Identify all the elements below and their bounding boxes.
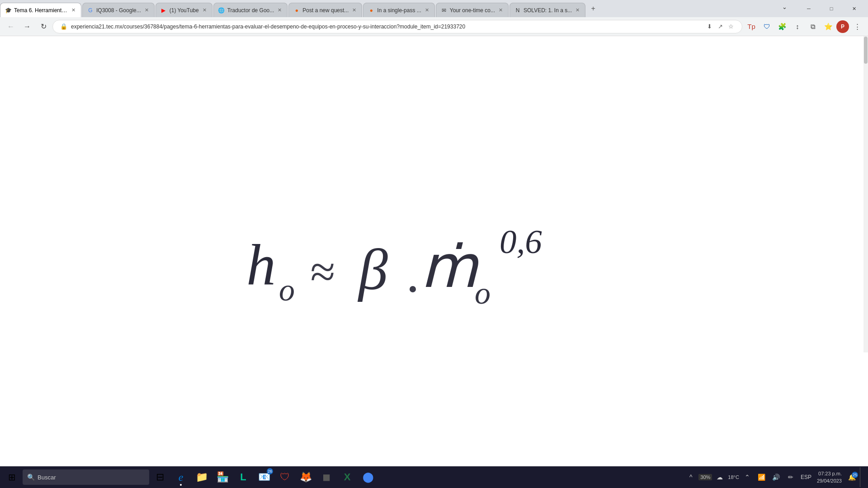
address-bar-icons: ⬇ ↗ ☆ xyxy=(705,22,736,31)
volume-icon[interactable]: 🔊 xyxy=(770,471,783,483)
battery-icon[interactable]: 30% xyxy=(699,471,712,483)
notifications-button[interactable]: 🔔 25 xyxy=(845,471,858,483)
svg-text:ṁ: ṁ xyxy=(420,235,479,300)
tab-favicon-solved: N xyxy=(514,7,521,14)
tab-favicon-iq3008: G xyxy=(87,7,94,14)
back-button[interactable]: ← xyxy=(4,19,18,34)
tab-favicon-tema6: 🎓 xyxy=(5,7,11,14)
lasso-icon: L xyxy=(240,471,246,483)
taskbar-lasso[interactable]: L xyxy=(233,467,253,487)
taskbar-task-view[interactable]: ⊟ xyxy=(150,467,170,487)
tab-label-mail: Your one-time co... xyxy=(450,7,495,14)
tab-close-translator[interactable]: ✕ xyxy=(277,6,283,14)
taskbar-edge[interactable]: e xyxy=(171,467,191,487)
formula-container: .math-text { font-family: 'Times New Rom… xyxy=(0,72,859,461)
tab-post[interactable]: ● Post a new quest... ✕ xyxy=(288,3,362,17)
tab-label-tema6: Tema 6. Herramientas... xyxy=(14,7,68,14)
main-content: .math-text { font-family: 'Times New Rom… xyxy=(0,36,863,461)
taskbar-file-explorer[interactable]: 📁 xyxy=(192,467,212,487)
share-icon[interactable]: ↗ xyxy=(716,22,725,31)
search-placeholder: Buscar xyxy=(38,474,56,481)
more-options-button[interactable]: ⋮ xyxy=(850,19,864,34)
tab-close-iq3008[interactable]: ✕ xyxy=(144,6,150,14)
forward-button[interactable]: → xyxy=(20,19,34,34)
tray-more-icon[interactable]: ⌃ xyxy=(741,471,754,483)
tab-iq3008[interactable]: G IQ3008 - Google... ✕ xyxy=(82,3,155,17)
tab-youtube[interactable]: ▶ (1) YouTube ✕ xyxy=(156,3,212,17)
clock-time: 07:23 p.m. xyxy=(817,470,842,478)
browser-toolbar: ← → ↻ 🔒 experiencia21.tec.mx/courses/367… xyxy=(0,17,868,36)
reload-button[interactable]: ↻ xyxy=(36,19,51,34)
tab-list-dropdown[interactable]: ⌄ xyxy=(774,0,795,14)
system-tray: ^ 30% ☁ 18°C ⌃ 📶 🔊 ✏ ESP 07:23 p.m. 29/0… xyxy=(684,467,866,487)
tab-single-pass[interactable]: ● In a single-pass ... ✕ xyxy=(363,3,434,17)
excel-icon: X xyxy=(344,471,351,483)
tab-label-iq3008: IQ3008 - Google... xyxy=(96,7,141,14)
bookmark-icon[interactable]: ☆ xyxy=(726,22,736,31)
network-icon[interactable]: 📶 xyxy=(755,471,768,483)
windows-logo-icon: ⊞ xyxy=(8,472,16,483)
address-text: experiencia21.tec.mx/courses/367884/page… xyxy=(71,23,702,30)
extensions-icon[interactable]: 🧩 xyxy=(775,19,789,34)
new-tab-button[interactable]: + xyxy=(586,2,600,15)
svg-text:o: o xyxy=(475,276,491,310)
tab-close-mail[interactable]: ✕ xyxy=(498,6,504,14)
language-indicator[interactable]: ESP xyxy=(799,474,813,480)
svg-text:h: h xyxy=(246,232,276,297)
shield-icon[interactable]: 🛡 xyxy=(760,19,774,34)
taskbar-mcafee[interactable]: 🛡 xyxy=(275,467,295,487)
taskbar: ⊞ 🔍 Buscar ⊟ e 📁 🏪 L 📧 26 🛡 🦊 ◼ xyxy=(0,466,868,488)
start-button[interactable]: ⊞ xyxy=(2,467,22,487)
scrollbar[interactable] xyxy=(863,36,868,352)
svg-text:o: o xyxy=(279,272,295,307)
svg-text:β: β xyxy=(357,237,388,302)
tab-close-youtube[interactable]: ✕ xyxy=(202,6,208,14)
screen-split-icon[interactable]: ⧉ xyxy=(806,19,820,34)
save-to-reading-icon[interactable]: ⬇ xyxy=(705,22,714,31)
profile-avatar[interactable]: P xyxy=(836,20,849,33)
system-clock[interactable]: 07:23 p.m. 29/04/2023 xyxy=(815,470,844,485)
tab-tema6[interactable]: 🎓 Tema 6. Herramientas... ✕ xyxy=(0,3,81,17)
tab-close-post[interactable]: ✕ xyxy=(351,6,357,14)
taskbar-firefox[interactable]: 🦊 xyxy=(296,467,316,487)
taskbar-excel[interactable]: X xyxy=(337,467,357,487)
address-bar[interactable]: 🔒 experiencia21.tec.mx/courses/367884/pa… xyxy=(52,20,742,33)
svg-point-4 xyxy=(410,286,416,292)
taskbar-app-dark[interactable]: ◼ xyxy=(316,467,336,487)
scrollbar-thumb[interactable] xyxy=(864,37,868,64)
minimize-button[interactable]: ─ xyxy=(798,2,819,15)
taskbar-store[interactable]: 🏪 xyxy=(212,467,232,487)
taskbar-chrome[interactable]: ⬤ xyxy=(358,467,378,487)
maximize-button[interactable]: □ xyxy=(821,2,842,15)
tab-favicon-mail: ✉ xyxy=(441,7,447,14)
tab-close-single-pass[interactable]: ✕ xyxy=(424,6,430,14)
tab-mail[interactable]: ✉ Your one-time co... ✕ xyxy=(436,3,509,17)
notification-count: 25 xyxy=(852,472,858,478)
dark-app-icon: ◼ xyxy=(322,471,330,483)
toolbar-right: Tp 🛡 🧩 ↕ ⧉ ⭐ P ⋮ xyxy=(744,19,864,34)
edge-active-indicator xyxy=(180,484,182,486)
edge-icon: e xyxy=(179,471,184,483)
taskbar-search[interactable]: 🔍 Buscar xyxy=(23,469,149,485)
firefox-icon: 🦊 xyxy=(300,471,312,483)
tab-label-post: Post a new quest... xyxy=(302,7,349,14)
weather-icon[interactable]: ☁ xyxy=(713,471,726,483)
bing-icon[interactable]: Tp xyxy=(744,19,759,34)
favorites-icon[interactable]: ⭐ xyxy=(821,19,835,34)
store-icon: 🏪 xyxy=(217,471,229,483)
taskbar-mail[interactable]: 📧 26 xyxy=(254,467,274,487)
vpn-icon[interactable]: ↕ xyxy=(790,19,805,34)
math-formula-svg: .math-text { font-family: 'Times New Rom… xyxy=(237,199,622,334)
close-button[interactable]: ✕ xyxy=(844,2,864,15)
tab-close-tema6[interactable]: ✕ xyxy=(71,6,76,14)
tab-favicon-single-pass: ● xyxy=(368,7,374,14)
tab-close-solved[interactable]: ✕ xyxy=(575,6,580,14)
tray-expand-icon[interactable]: ^ xyxy=(684,471,697,483)
temperature-text: 18°C xyxy=(728,474,739,480)
tab-solved[interactable]: N SOLVED: 1. In a s... ✕ xyxy=(509,3,585,17)
file-explorer-icon: 📁 xyxy=(196,471,208,483)
pen-icon[interactable]: ✏ xyxy=(784,471,797,483)
battery-level: 30% xyxy=(698,474,712,480)
show-desktop-button[interactable] xyxy=(860,467,863,487)
tab-translator[interactable]: 🌐 Traductor de Goo... ✕ xyxy=(213,3,288,17)
